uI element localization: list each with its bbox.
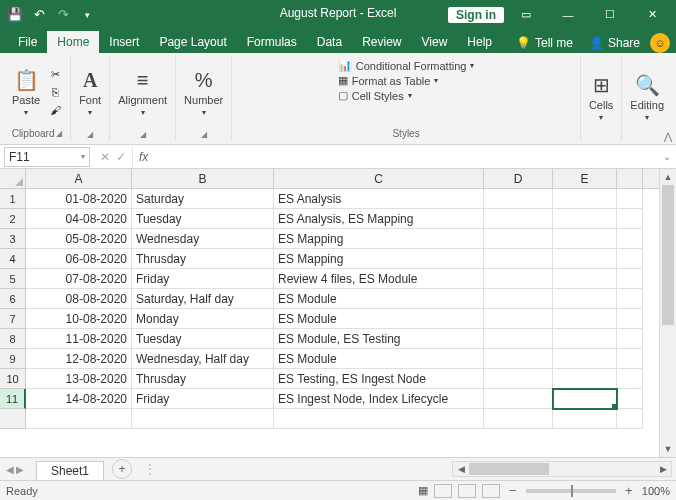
cell[interactable]: ES Mapping (274, 229, 484, 249)
cell[interactable]: Tuesday (132, 329, 274, 349)
cell[interactable] (553, 269, 617, 289)
vertical-scrollbar[interactable]: ▲ ▼ (659, 169, 676, 457)
select-all-corner[interactable] (0, 169, 26, 188)
cell[interactable] (617, 349, 643, 369)
save-icon[interactable]: 💾 (4, 4, 26, 26)
cell[interactable]: ES Testing, ES Ingest Node (274, 369, 484, 389)
qat-customize-icon[interactable]: ▾ (76, 4, 98, 26)
redo-icon[interactable]: ↷ (52, 4, 74, 26)
expand-formula-bar-icon[interactable]: ⌄ (658, 151, 676, 162)
dialog-launcher-icon[interactable]: ◢ (201, 130, 207, 139)
cell[interactable]: 12-08-2020 (26, 349, 132, 369)
cell[interactable] (617, 289, 643, 309)
share-button[interactable]: 👤Share (583, 36, 646, 50)
cell[interactable] (553, 349, 617, 369)
col-header-c[interactable]: C (274, 169, 484, 188)
cell[interactable] (484, 409, 553, 429)
scroll-down-icon[interactable]: ▼ (660, 441, 676, 457)
tab-page-layout[interactable]: Page Layout (149, 31, 236, 53)
cell[interactable] (617, 369, 643, 389)
ribbon-display-icon[interactable]: ▭ (506, 0, 546, 29)
cell[interactable]: 14-08-2020 (26, 389, 132, 409)
cell[interactable]: Monday (132, 309, 274, 329)
cell[interactable] (553, 309, 617, 329)
tab-review[interactable]: Review (352, 31, 411, 53)
cell[interactable]: 05-08-2020 (26, 229, 132, 249)
cell[interactable] (553, 329, 617, 349)
cell[interactable] (617, 209, 643, 229)
paste-button[interactable]: 📋 Paste ▾ (10, 66, 42, 119)
alignment-button[interactable]: ≡ Alignment ▾ (116, 67, 169, 119)
normal-view-icon[interactable] (434, 484, 452, 498)
collapse-ribbon-icon[interactable]: ⋀ (664, 131, 672, 142)
cell[interactable]: ES Module (274, 289, 484, 309)
row-header[interactable]: 4 (0, 249, 26, 269)
cell[interactable] (617, 269, 643, 289)
zoom-slider[interactable] (526, 489, 616, 493)
cell[interactable] (484, 229, 553, 249)
cell[interactable] (484, 189, 553, 209)
fx-icon[interactable]: fx (133, 150, 154, 164)
cell[interactable] (484, 389, 553, 409)
cell[interactable] (617, 309, 643, 329)
cell[interactable]: 11-08-2020 (26, 329, 132, 349)
cell[interactable] (617, 229, 643, 249)
cell[interactable] (617, 249, 643, 269)
cell[interactable]: ES Module, ES Testing (274, 329, 484, 349)
cell[interactable] (274, 409, 484, 429)
row-header[interactable]: 11 (0, 389, 26, 409)
cell[interactable]: Friday (132, 269, 274, 289)
cell[interactable]: 07-08-2020 (26, 269, 132, 289)
cell[interactable] (484, 209, 553, 229)
tellme-button[interactable]: 💡Tell me (510, 36, 579, 50)
cell[interactable] (484, 249, 553, 269)
cell[interactable]: Saturday (132, 189, 274, 209)
enter-formula-icon[interactable]: ✓ (116, 150, 126, 164)
tab-insert[interactable]: Insert (99, 31, 149, 53)
undo-icon[interactable]: ↶ (28, 4, 50, 26)
cell[interactable] (484, 349, 553, 369)
scroll-left-icon[interactable]: ◀ (453, 462, 469, 476)
cell[interactable] (553, 389, 617, 409)
copy-icon[interactable]: ⎘ (46, 84, 64, 100)
col-header-d[interactable]: D (484, 169, 553, 188)
horizontal-scrollbar[interactable]: ◀ ▶ (452, 461, 672, 477)
tab-view[interactable]: View (412, 31, 458, 53)
col-header-e[interactable]: E (553, 169, 617, 188)
cut-icon[interactable]: ✂ (46, 66, 64, 82)
sheet-nav[interactable]: ◀▶ (0, 464, 30, 475)
prev-sheet-icon[interactable]: ◀ (6, 464, 14, 475)
editing-button[interactable]: 🔍 Editing ▾ (628, 71, 666, 124)
cell[interactable]: Tuesday (132, 209, 274, 229)
tab-data[interactable]: Data (307, 31, 352, 53)
number-button[interactable]: % Number ▾ (182, 67, 225, 119)
tab-split-handle[interactable]: ⋮ (144, 462, 156, 476)
formula-input[interactable] (154, 147, 658, 167)
cell[interactable]: ES Analysis (274, 189, 484, 209)
dialog-launcher-icon[interactable]: ◢ (87, 130, 93, 139)
close-icon[interactable]: ✕ (632, 0, 672, 29)
cell[interactable]: Friday (132, 389, 274, 409)
row-header[interactable]: 9 (0, 349, 26, 369)
cell[interactable] (484, 369, 553, 389)
cell[interactable] (617, 389, 643, 409)
format-painter-icon[interactable]: 🖌 (46, 102, 64, 118)
page-layout-view-icon[interactable] (458, 484, 476, 498)
sheet-tab[interactable]: Sheet1 (36, 461, 104, 480)
tab-help[interactable]: Help (457, 31, 502, 53)
cell[interactable] (553, 409, 617, 429)
cell[interactable] (553, 249, 617, 269)
cancel-formula-icon[interactable]: ✕ (100, 150, 110, 164)
dialog-launcher-icon[interactable]: ◢ (140, 130, 146, 139)
scroll-thumb[interactable] (469, 463, 549, 475)
cell[interactable]: ES Analysis, ES Mapping (274, 209, 484, 229)
macro-record-icon[interactable]: ▦ (418, 484, 428, 497)
cell[interactable]: ES Module (274, 309, 484, 329)
cell[interactable] (484, 329, 553, 349)
col-header-a[interactable]: A (26, 169, 132, 188)
cell-styles-button[interactable]: ▢Cell Styles▾ (338, 89, 412, 102)
next-sheet-icon[interactable]: ▶ (16, 464, 24, 475)
col-header-b[interactable]: B (132, 169, 274, 188)
cell[interactable]: Wednesday, Half day (132, 349, 274, 369)
cell[interactable] (553, 229, 617, 249)
